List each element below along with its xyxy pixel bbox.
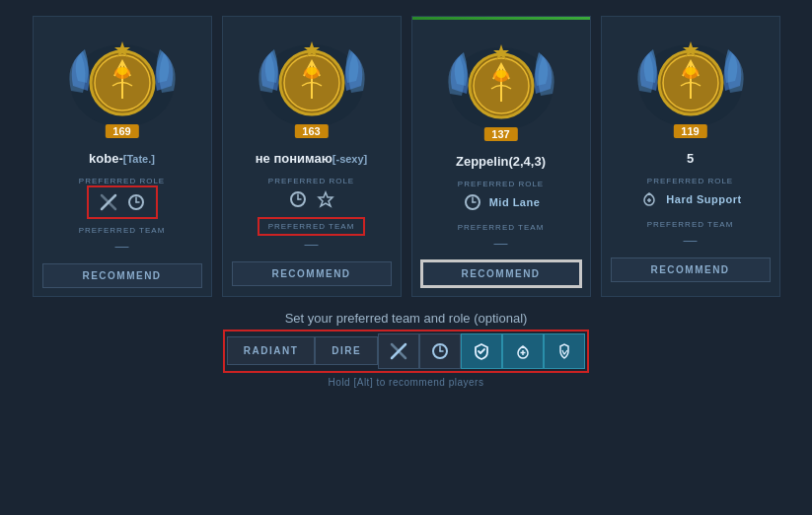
carry-icon-1	[98, 191, 119, 213]
hardsupport-icon-2	[315, 188, 336, 210]
support-text-4: Hard Support	[666, 193, 741, 205]
bottom-section: Set your preferred team and role (option…	[20, 311, 792, 388]
preferred-team-label-3: PREFERRED TEAM	[458, 223, 545, 232]
player-avatar-area-4: 119	[602, 17, 779, 145]
preferred-team-label-2: PREFERRED TEAM	[260, 220, 363, 233]
preferred-team-value-1: —	[115, 238, 129, 254]
offlane-icon-1	[125, 191, 147, 213]
player-avatar-area-3: 137	[412, 20, 590, 148]
players-row: 169 kobe-[Tate.] PREFERRED ROLE PREFERRE…	[20, 16, 792, 297]
avatar-badge-2: 163	[253, 22, 371, 140]
player-card-4: 119 5 PREFERRED ROLE Hard Support PREFER…	[601, 16, 780, 297]
player-avatar-area-1: 169	[34, 17, 211, 145]
dire-btn[interactable]: DIRE	[315, 336, 378, 365]
recommend-btn-2[interactable]: RECOMMEND	[232, 261, 392, 286]
midlane-icon-2	[287, 188, 309, 210]
carry-role-btn[interactable]	[378, 333, 419, 369]
hold-alt-text: Hold [Alt] to recommend players	[20, 377, 792, 388]
preferred-role-icons-4: Hard Support	[638, 188, 741, 210]
preferred-role-icons-1	[90, 188, 155, 216]
preferred-team-label-4: PREFERRED TEAM	[647, 220, 734, 229]
preferred-role-label-4: PREFERRED ROLE	[647, 177, 733, 185]
mmr-badge-2: 163	[294, 124, 328, 138]
mmr-badge-4: 119	[673, 124, 706, 138]
offlane-role-btn[interactable]	[419, 333, 461, 369]
recommend-btn-1[interactable]: RECOMMEND	[42, 263, 202, 288]
avatar-badge-1: 169	[63, 22, 182, 140]
preferred-team-value-2: —	[305, 236, 319, 252]
svg-point-37	[686, 67, 696, 75]
preferred-role-icons-3: Mid Lane	[462, 191, 541, 213]
mmr-badge-3: 137	[483, 127, 517, 141]
bottom-bar: RADIANT DIRE	[227, 333, 585, 369]
support-role-btn[interactable]	[502, 333, 544, 369]
preferred-role-icons-2	[287, 188, 336, 210]
radiant-btn[interactable]: RADIANT	[227, 336, 316, 365]
preferred-team-value-4: —	[684, 232, 698, 248]
player-card-3: 137 Zeppelin(2,4,3) PREFERRED ROLE Mid L…	[411, 16, 591, 297]
player-name-1: kobe-[Tate.]	[85, 151, 159, 167]
player-card-1: 169 kobe-[Tate.] PREFERRED ROLE PREFERRE…	[33, 16, 212, 297]
avatar-badge-4: 119	[631, 22, 750, 140]
hard-support-role-btn[interactable]	[544, 333, 585, 369]
mmr-badge-1: 169	[105, 124, 138, 138]
player-name-4: 5	[683, 151, 698, 167]
recommend-btn-3[interactable]: RECOMMEND	[421, 260, 581, 287]
player-name-3: Zeppelin(2,4,3)	[452, 154, 550, 170]
midlane-text-3: Mid Lane	[489, 196, 541, 208]
preferred-role-label-1: PREFERRED ROLE	[79, 177, 165, 185]
preferred-team-value-3: —	[494, 235, 508, 251]
set-team-label: Set your preferred team and role (option…	[20, 311, 792, 326]
soft-support-role-btn[interactable]	[461, 333, 502, 369]
svg-point-27	[496, 70, 506, 78]
svg-point-5	[117, 67, 127, 75]
support-icon-4	[638, 188, 660, 210]
recommend-btn-4[interactable]: RECOMMEND	[611, 258, 771, 282]
preferred-team-label-1: PREFERRED TEAM	[79, 226, 166, 235]
player-avatar-area-2: 163	[223, 17, 401, 145]
svg-point-17	[307, 67, 317, 75]
midlane-icon-3	[462, 191, 483, 213]
player-name-2: не понимаю[-sexy]	[252, 151, 372, 167]
preferred-role-label-2: PREFERRED ROLE	[268, 177, 354, 185]
preferred-role-label-3: PREFERRED ROLE	[458, 180, 544, 188]
player-card-2: 163 не понимаю[-sexy] PREFERRED ROLE PRE…	[222, 16, 402, 297]
avatar-badge-3: 137	[442, 25, 560, 143]
